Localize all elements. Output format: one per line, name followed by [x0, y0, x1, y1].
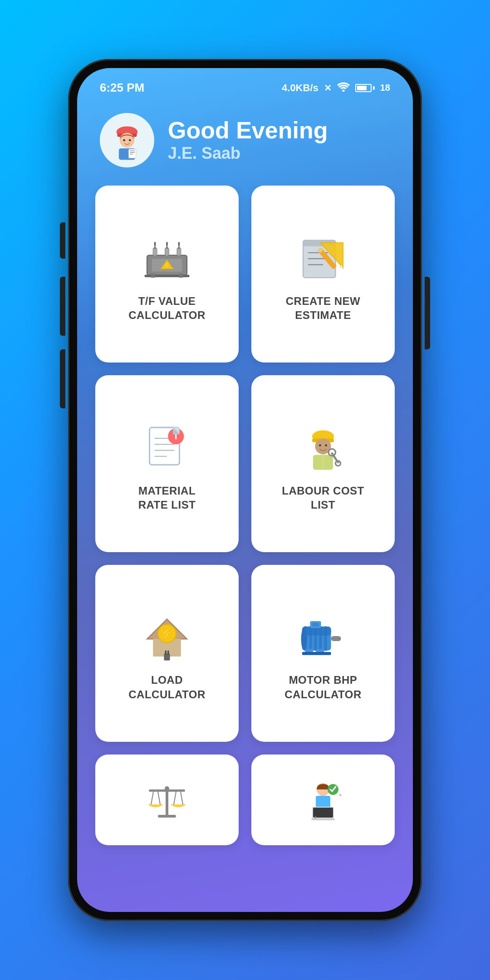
battery-icon	[355, 84, 375, 92]
load-calculator-label: LOADCALCULATOR	[128, 673, 205, 701]
motor-bhp-icon	[296, 609, 350, 664]
svg-rect-9	[130, 152, 135, 153]
svg-point-4	[123, 139, 125, 142]
svg-text:⚡: ⚡	[160, 627, 174, 640]
svg-text:✦: ✦	[338, 793, 342, 798]
load-calculator-icon: ⚡	[140, 609, 194, 664]
power-button	[425, 277, 430, 349]
material-rate-label: MATERIALRATE LIST	[138, 484, 196, 512]
svg-rect-50	[321, 455, 325, 470]
svg-text:✦: ✦	[313, 814, 318, 820]
svg-rect-59	[167, 651, 169, 655]
labour-cost-label: LABOUR COSTLIST	[282, 484, 364, 512]
estimate-label: CREATE NEWESTIMATE	[286, 294, 361, 322]
material-rate-icon: i	[140, 420, 194, 475]
tf-calculator-label: T/F VALUECALCULATOR	[128, 294, 205, 322]
svg-point-68	[301, 628, 307, 650]
svg-rect-75	[158, 815, 176, 818]
svg-line-80	[181, 792, 183, 804]
svg-rect-8	[130, 151, 135, 152]
svg-rect-58	[165, 651, 167, 655]
svg-text:⚡: ⚡	[163, 261, 171, 269]
tf-calculator-icon: ⚡	[140, 230, 194, 285]
phone-screen: 6:25 PM 4.0KB/s ✕	[77, 68, 413, 912]
status-right: 4.0KB/s ✕ 18	[282, 82, 390, 94]
svg-rect-10	[130, 154, 133, 155]
svg-point-48	[325, 444, 327, 446]
svg-rect-63	[309, 626, 312, 651]
svg-point-0	[342, 89, 344, 92]
svg-point-81	[165, 786, 169, 791]
card-motor-bhp-calculator[interactable]: MOTOR BHPCALCULATOR	[251, 565, 395, 742]
status-time: 6:25 PM	[100, 81, 144, 95]
username-text: J.E. Saab	[168, 144, 328, 163]
avatar	[100, 113, 154, 167]
volume-button	[60, 349, 65, 408]
status-bar: 6:25 PM 4.0KB/s ✕	[77, 68, 413, 99]
svg-rect-74	[166, 789, 168, 816]
card-create-new-estimate[interactable]: CREATE NEWESTIMATE	[251, 186, 395, 363]
svg-rect-64	[314, 626, 317, 651]
motor-bhp-label: MOTOR BHPCALCULATOR	[284, 673, 361, 701]
svg-rect-25	[151, 274, 155, 278]
card-load-calculator[interactable]: ⚡ LOADCALCULATOR	[95, 565, 239, 742]
menu-grid: ⚡	[77, 186, 413, 912]
person-laptop-icon: ✦ ✦	[296, 773, 350, 827]
svg-point-47	[319, 444, 321, 446]
svg-rect-57	[164, 654, 170, 661]
card-material-rate-list[interactable]: i MATERIALRATE LIST	[95, 375, 239, 552]
svg-line-79	[174, 792, 176, 804]
card-labour-cost-list[interactable]: LABOUR COSTLIST	[251, 375, 395, 552]
svg-rect-73	[312, 623, 319, 627]
svg-point-5	[129, 139, 131, 142]
battery-level: 18	[380, 83, 390, 93]
phone-frame: 6:25 PM 4.0KB/s ✕	[68, 59, 422, 921]
estimate-icon	[296, 230, 350, 285]
wifi-icon	[337, 82, 350, 94]
app-header: Good Evening J.E. Saab	[77, 99, 413, 186]
svg-rect-65	[319, 626, 322, 651]
svg-rect-15	[153, 248, 157, 256]
labour-cost-icon	[296, 420, 350, 475]
svg-rect-67	[331, 636, 341, 641]
svg-line-77	[151, 792, 153, 804]
greeting-block: Good Evening J.E. Saab	[168, 118, 328, 162]
x-icon: ✕	[324, 83, 332, 93]
network-speed: 4.0KB/s	[282, 82, 318, 94]
svg-rect-83	[316, 796, 330, 808]
svg-line-78	[158, 792, 160, 804]
greeting-text: Good Evening	[168, 118, 328, 143]
svg-rect-16	[165, 248, 169, 256]
card-partial-7[interactable]	[95, 755, 239, 845]
svg-rect-26	[179, 274, 183, 278]
card-tf-value-calculator[interactable]: ⚡	[95, 186, 239, 363]
svg-rect-66	[324, 626, 327, 651]
svg-rect-71	[302, 652, 331, 656]
svg-rect-17	[177, 248, 181, 256]
scales-icon	[140, 773, 194, 827]
card-partial-8[interactable]: ✦ ✦	[251, 755, 395, 845]
